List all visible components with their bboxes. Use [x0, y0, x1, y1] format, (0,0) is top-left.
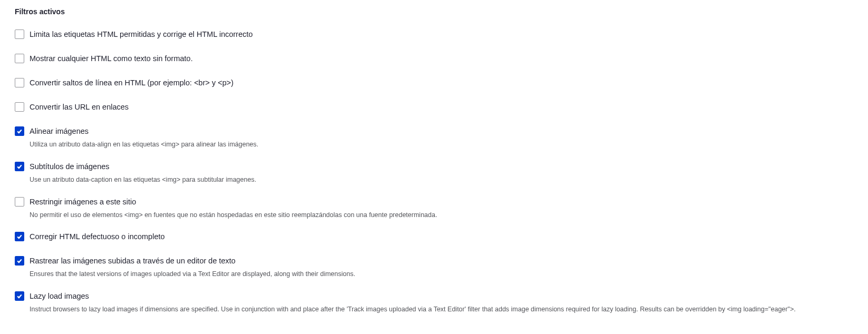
filter-content: Convertir las URL en enlaces: [30, 102, 853, 112]
filters-section: Filtros activos Limita las etiquetas HTM…: [15, 6, 853, 315]
filter-content: Rastrear las imágenes subidas a través d…: [30, 256, 853, 279]
filter-label[interactable]: Corregir HTML defectuoso o incompleto: [30, 231, 853, 242]
check-icon: [16, 128, 23, 134]
checkbox-wrap: [15, 126, 24, 136]
filter-description: Instruct browsers to lazy load images if…: [30, 304, 853, 315]
filter-item: Alinear imágenesUtiliza un atributo data…: [15, 126, 853, 150]
checkbox-wrap: [15, 78, 24, 87]
filter-item: Corregir HTML defectuoso o incompleto: [15, 231, 853, 242]
checkbox-wrap: [15, 291, 24, 301]
checkbox-wrap: [15, 102, 24, 112]
check-icon: [16, 233, 23, 240]
filter-content: Subtítulos de imágenesUse un atributo da…: [30, 161, 853, 185]
filter-item: Subtítulos de imágenesUse un atributo da…: [15, 161, 853, 185]
filter-content: Alinear imágenesUtiliza un atributo data…: [30, 126, 853, 150]
filter-label[interactable]: Mostrar cualquier HTML como texto sin fo…: [30, 53, 853, 64]
filter-checkbox[interactable]: [15, 197, 24, 207]
filter-item: Mostrar cualquier HTML como texto sin fo…: [15, 53, 853, 64]
section-title: Filtros activos: [15, 6, 853, 17]
check-icon: [16, 258, 23, 264]
filter-content: Mostrar cualquier HTML como texto sin fo…: [30, 53, 853, 64]
filter-item: Convertir saltos de línea en HTML (por e…: [15, 77, 853, 88]
filter-label[interactable]: Convertir saltos de línea en HTML (por e…: [30, 77, 853, 88]
filter-content: Lazy load imagesInstruct browsers to laz…: [30, 291, 853, 315]
check-icon: [16, 293, 23, 299]
filter-label[interactable]: Alinear imágenes: [30, 126, 853, 136]
filter-item: Convertir las URL en enlaces: [15, 102, 853, 112]
filter-item: Rastrear las imágenes subidas a través d…: [15, 256, 853, 279]
checkbox-wrap: [15, 30, 24, 39]
filter-label[interactable]: Restringir imágenes a este sitio: [30, 197, 853, 207]
filter-description: Ensures that the latest versions of imag…: [30, 269, 853, 279]
filter-checkbox[interactable]: [15, 162, 24, 171]
filter-label[interactable]: Rastrear las imágenes subidas a través d…: [30, 256, 853, 266]
filter-description: Utiliza un atributo data-align en las et…: [30, 140, 853, 150]
filter-checkbox[interactable]: [15, 126, 24, 136]
filter-label[interactable]: Convertir las URL en enlaces: [30, 102, 853, 112]
filter-label[interactable]: Limita las etiquetas HTML permitidas y c…: [30, 29, 853, 40]
filter-content: Restringir imágenes a este sitioNo permi…: [30, 197, 853, 220]
filter-item: Limita las etiquetas HTML permitidas y c…: [15, 29, 853, 40]
filter-content: Limita las etiquetas HTML permitidas y c…: [30, 29, 853, 40]
filter-checkbox[interactable]: [15, 30, 24, 39]
filter-content: Corregir HTML defectuoso o incompleto: [30, 231, 853, 242]
filter-label[interactable]: Lazy load images: [30, 291, 853, 301]
filter-checkbox[interactable]: [15, 54, 24, 63]
checkbox-wrap: [15, 162, 24, 171]
filter-checkbox[interactable]: [15, 232, 24, 241]
filter-item: Restringir imágenes a este sitioNo permi…: [15, 197, 853, 220]
filter-checkbox[interactable]: [15, 291, 24, 301]
filters-list: Limita las etiquetas HTML permitidas y c…: [15, 29, 853, 315]
checkbox-wrap: [15, 232, 24, 241]
filter-checkbox[interactable]: [15, 256, 24, 266]
filter-checkbox[interactable]: [15, 78, 24, 87]
filter-checkbox[interactable]: [15, 102, 24, 112]
filter-description: No permitir el uso de elementos <img> en…: [30, 210, 853, 220]
filter-label[interactable]: Subtítulos de imágenes: [30, 161, 853, 172]
filter-content: Convertir saltos de línea en HTML (por e…: [30, 77, 853, 88]
filter-description: Use un atributo data-caption en las etiq…: [30, 175, 853, 185]
checkbox-wrap: [15, 256, 24, 266]
checkbox-wrap: [15, 54, 24, 63]
check-icon: [16, 163, 23, 170]
filter-item: Lazy load imagesInstruct browsers to laz…: [15, 291, 853, 315]
checkbox-wrap: [15, 197, 24, 207]
